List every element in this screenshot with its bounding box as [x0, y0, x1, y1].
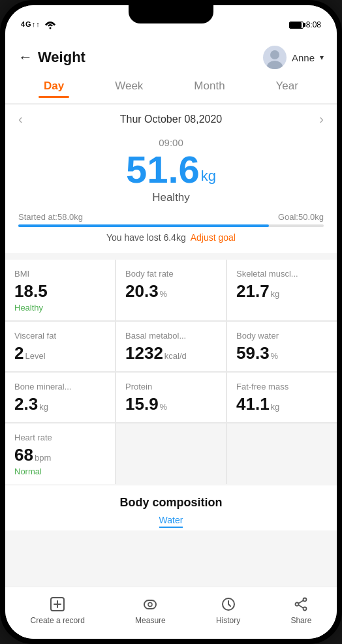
- metric-heart-unit: bpm: [35, 453, 51, 463]
- phone-frame: 4G↑↑ 8:08 ←: [0, 0, 342, 644]
- metric-body-water[interactable]: Body water 59.3 %: [227, 322, 337, 371]
- metric-bone-mineral[interactable]: Bone mineral... 2.3 kg: [5, 373, 115, 422]
- time-display: 8:08: [306, 20, 321, 29]
- nav-create-label: Create a record: [31, 616, 85, 625]
- metric-fat-free-label: Fat-free mass: [236, 382, 328, 391]
- user-profile[interactable]: Anne ▾: [263, 46, 324, 69]
- metric-empty-1: [116, 423, 226, 484]
- body-composition-subtitle: Water: [5, 515, 337, 530]
- svg-line-10: [298, 600, 303, 604]
- weight-display: 51.6 kg: [18, 151, 324, 189]
- history-icon: [219, 595, 238, 613]
- tab-month[interactable]: Month: [189, 77, 230, 95]
- signal-status: 4G↑↑: [21, 20, 56, 29]
- metric-heart-rate[interactable]: Heart rate 68 bpm Normal: [5, 423, 115, 484]
- avatar: [263, 46, 287, 69]
- metric-heart-label: Heart rate: [14, 433, 106, 442]
- tab-week[interactable]: Week: [110, 77, 148, 95]
- metric-water-label: Body water: [236, 331, 328, 341]
- dropdown-arrow-icon: ▾: [320, 53, 324, 62]
- weight-number: 51.6: [126, 151, 200, 189]
- nav-measure-label: Measure: [135, 616, 166, 625]
- goal-label: Goal:50.0kg: [278, 212, 324, 222]
- weight-section: 09:00 51.6 kg Healthy Started at:58.0kg …: [5, 133, 337, 253]
- health-status: Healthy: [18, 191, 324, 204]
- metric-protein-value: 15.9: [125, 394, 159, 414]
- svg-line-11: [298, 605, 303, 608]
- nav-measure[interactable]: Measure: [135, 595, 166, 625]
- next-date-button[interactable]: ›: [319, 112, 324, 127]
- nav-share[interactable]: Share: [290, 595, 311, 625]
- metric-water-value: 59.3: [236, 343, 270, 363]
- metric-basal-value: 1232: [125, 343, 163, 363]
- date-navigation: ‹ Thur October 08,2020 ›: [5, 105, 337, 133]
- metric-protein[interactable]: Protein 15.9 %: [116, 373, 226, 422]
- metric-protein-label: Protein: [125, 382, 217, 391]
- metric-bmi-status: Healthy: [14, 303, 106, 313]
- metric-fat-free-unit: kg: [271, 402, 280, 412]
- metric-body-fat-unit: %: [160, 289, 168, 299]
- metric-visceral-value: 2: [14, 343, 23, 363]
- tab-year[interactable]: Year: [271, 77, 303, 95]
- body-comp-water-label: Water: [159, 515, 183, 528]
- user-name: Anne: [292, 52, 315, 63]
- progress-fill: [18, 224, 269, 227]
- metric-fat-free-mass[interactable]: Fat-free mass 41.1 kg: [227, 373, 337, 422]
- progress-labels: Started at:58.0kg Goal:50.0kg: [18, 212, 324, 222]
- create-record-icon: [48, 595, 67, 613]
- app-content: ← Weight Anne ▾: [5, 38, 337, 639]
- nav-history-label: History: [216, 616, 240, 625]
- status-bar: 4G↑↑ 8:08: [5, 5, 337, 38]
- metric-empty-2: [227, 423, 337, 484]
- back-arrow-icon: ←: [18, 49, 33, 66]
- adjust-goal-button[interactable]: Adjust goal: [191, 232, 236, 243]
- nav-share-label: Share: [290, 616, 311, 625]
- measure-icon: [141, 595, 159, 613]
- svg-point-5: [148, 602, 152, 606]
- metric-fat-free-value: 41.1: [236, 394, 270, 414]
- metric-bmi-label: BMI: [14, 269, 106, 279]
- metric-visceral-unit: Level: [25, 351, 45, 361]
- app-header: ← Weight Anne ▾: [5, 38, 337, 77]
- metric-heart-value: 68: [14, 445, 33, 465]
- notch: [129, 5, 213, 23]
- svg-point-1: [270, 50, 279, 59]
- metric-basal-label: Basal metabol...: [125, 331, 217, 341]
- prev-date-button[interactable]: ‹: [18, 112, 23, 127]
- nav-create-record[interactable]: Create a record: [31, 595, 85, 625]
- lost-text: You have lost 6.4kg Adjust goal: [18, 232, 324, 243]
- measurement-time: 09:00: [18, 137, 324, 148]
- phone-screen: 4G↑↑ 8:08 ←: [5, 5, 337, 639]
- current-date: Thur October 08,2020: [120, 114, 223, 125]
- metric-heart-status: Normal: [14, 467, 106, 476]
- metrics-grid: BMI 18.5 Healthy Body fat rate 20.3 %: [5, 260, 337, 484]
- nav-history[interactable]: History: [216, 595, 240, 625]
- tabs-bar: Day Week Month Year: [5, 77, 337, 104]
- back-button[interactable]: ← Weight: [18, 49, 86, 66]
- metric-basal-unit: kcal/d: [164, 351, 187, 361]
- start-label: Started at:58.0kg: [18, 212, 83, 222]
- metric-body-fat-label: Body fat rate: [125, 269, 217, 279]
- metric-bmi[interactable]: BMI 18.5 Healthy: [5, 260, 115, 320]
- metric-bmi-value: 18.5: [14, 281, 48, 301]
- metric-visceral-fat[interactable]: Visceral fat 2 Level: [5, 322, 115, 371]
- metric-body-fat-value: 20.3: [125, 281, 159, 301]
- metric-skeletal-unit: kg: [271, 289, 280, 299]
- metric-bone-value: 2.3: [14, 394, 38, 414]
- metric-body-fat[interactable]: Body fat rate 20.3 %: [116, 260, 226, 320]
- metric-visceral-label: Visceral fat: [14, 331, 106, 341]
- tab-day[interactable]: Day: [39, 77, 69, 95]
- metric-skeletal-label: Skeletal muscl...: [236, 269, 328, 279]
- metric-bone-label: Bone mineral...: [14, 382, 106, 391]
- metric-skeletal-muscle[interactable]: Skeletal muscl... 21.7 kg: [227, 260, 337, 320]
- metric-skeletal-value: 21.7: [236, 281, 270, 301]
- metric-basal-metabolic[interactable]: Basal metabol... 1232 kcal/d: [116, 322, 226, 371]
- body-composition-title: Body composition: [5, 485, 337, 515]
- battery-icon: [289, 22, 303, 29]
- metric-protein-unit: %: [160, 402, 168, 412]
- share-icon: [292, 595, 310, 613]
- weight-unit: kg: [201, 169, 216, 183]
- bottom-navigation: Create a record Measure: [5, 587, 337, 639]
- metric-water-unit: %: [271, 351, 279, 361]
- progress-container: Started at:58.0kg Goal:50.0kg: [18, 212, 324, 227]
